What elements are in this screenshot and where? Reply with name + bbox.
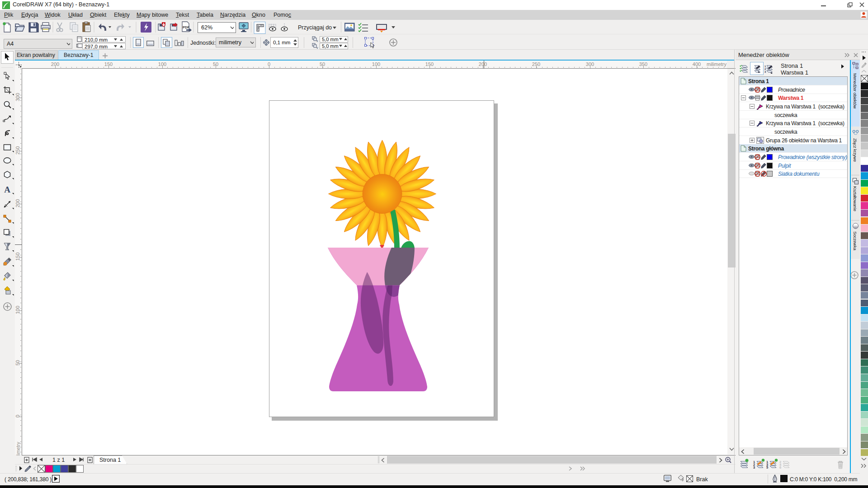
svg-text:x: x xyxy=(316,39,318,42)
svg-text:5: 5 xyxy=(766,465,768,469)
svg-text:y: y xyxy=(316,46,318,49)
svg-text:A: A xyxy=(4,185,10,194)
svg-text:PDF: PDF xyxy=(183,25,189,29)
svg-text:3: 3 xyxy=(764,70,766,73)
svg-text:3: 3 xyxy=(753,465,755,469)
svg-text:6: 6 xyxy=(779,465,781,469)
